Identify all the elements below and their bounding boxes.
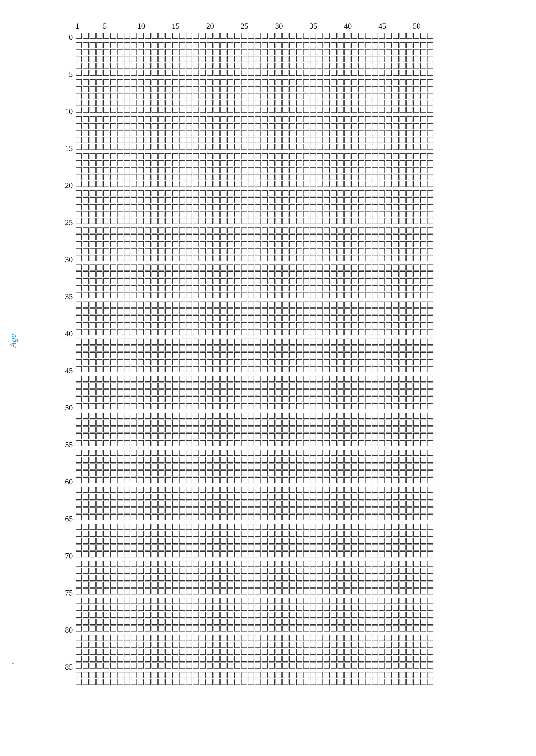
dot (317, 642, 323, 648)
dot (413, 181, 419, 187)
dot (220, 440, 226, 446)
dot (393, 255, 399, 261)
dot (345, 130, 351, 136)
dot (158, 626, 164, 631)
dot (345, 389, 351, 395)
dot (96, 278, 102, 284)
dot (393, 524, 399, 530)
dot (131, 63, 137, 69)
dot (283, 642, 288, 648)
dot (283, 228, 288, 234)
dot (138, 649, 144, 655)
dot (124, 329, 130, 335)
dot (172, 204, 178, 210)
dot (103, 501, 109, 507)
dot (158, 612, 164, 618)
dot (372, 248, 378, 254)
dot (317, 470, 323, 477)
dot (186, 167, 192, 173)
dot (365, 100, 371, 106)
dot (303, 679, 309, 685)
dot (338, 197, 344, 203)
dot (324, 190, 330, 197)
dot (151, 568, 157, 574)
dot (262, 575, 268, 581)
dot (131, 302, 137, 307)
dot (145, 33, 151, 39)
dot (345, 315, 351, 321)
age-label (58, 174, 75, 174)
dot (138, 626, 144, 631)
dot (96, 376, 102, 382)
dot (151, 463, 157, 470)
dot (289, 211, 295, 217)
dot (172, 524, 178, 530)
dot (324, 582, 330, 588)
dot (399, 514, 406, 521)
dot (420, 130, 426, 136)
dot (124, 679, 130, 685)
dot (110, 308, 116, 314)
dot (248, 589, 254, 594)
dot (193, 507, 199, 514)
dot (165, 292, 171, 298)
dot (172, 575, 178, 581)
dot (303, 626, 309, 631)
dot (172, 292, 178, 298)
dot (165, 211, 171, 217)
dot (96, 524, 102, 530)
dot (310, 470, 316, 477)
dot (351, 130, 357, 136)
dot (372, 598, 378, 604)
dot (89, 589, 96, 594)
dot (83, 211, 89, 217)
dot (406, 494, 413, 500)
dot (345, 626, 351, 631)
dot (165, 167, 171, 173)
dot (351, 160, 357, 166)
dot (172, 56, 178, 62)
dot (255, 626, 261, 631)
dot (324, 63, 330, 69)
dot (227, 376, 233, 382)
dot (317, 514, 323, 521)
age-label (58, 308, 75, 308)
dot (193, 551, 199, 558)
dot (406, 174, 413, 180)
age-label: 50 (58, 403, 75, 412)
dot (227, 470, 233, 477)
dot (103, 345, 109, 351)
dot (310, 107, 316, 113)
dot (303, 329, 309, 335)
dot (165, 86, 171, 92)
dot (200, 524, 206, 530)
dot (83, 589, 89, 594)
dot (103, 389, 109, 395)
dot (193, 345, 199, 351)
dot (172, 153, 178, 160)
dot (406, 285, 413, 291)
dot (427, 672, 433, 678)
dot (283, 49, 288, 55)
dot (283, 589, 288, 594)
dot (207, 255, 213, 261)
dot (179, 70, 185, 76)
dot (331, 545, 337, 551)
dot (83, 345, 89, 351)
dot (413, 308, 419, 314)
dot (138, 413, 144, 419)
dot (262, 160, 268, 166)
dot (83, 329, 89, 335)
dot (234, 419, 240, 426)
dot (227, 123, 233, 129)
dot (103, 33, 109, 39)
dot (331, 463, 337, 470)
dot (89, 116, 96, 122)
dot (345, 598, 351, 604)
age-label (58, 136, 75, 137)
dot (351, 440, 357, 446)
dot (234, 561, 240, 567)
dot (406, 345, 413, 351)
dot (324, 33, 330, 39)
dot (379, 487, 385, 493)
